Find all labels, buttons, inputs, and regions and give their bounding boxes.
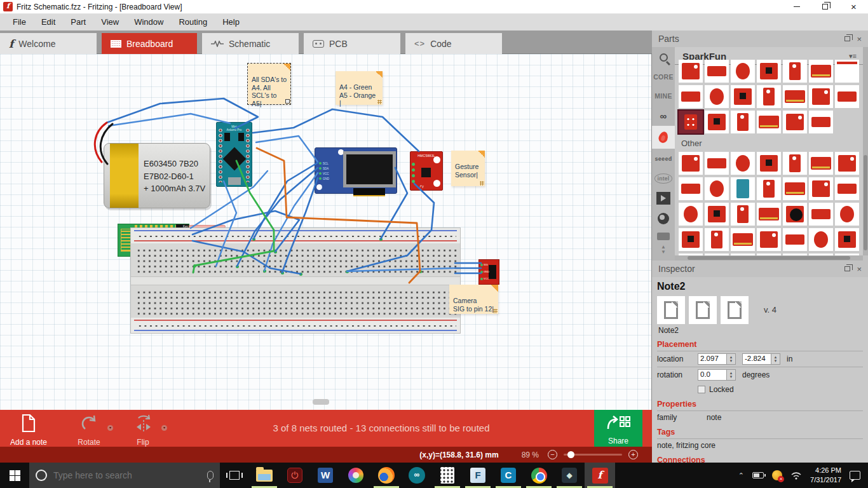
clock[interactable]: 4:26 PM 7/31/2017 bbox=[810, 466, 841, 485]
tab-breadboard[interactable]: Breadboard bbox=[102, 33, 197, 54]
menu-part[interactable]: Part bbox=[63, 14, 93, 30]
taskbar-calculator[interactable] bbox=[432, 463, 463, 488]
part-thumbnail[interactable] bbox=[783, 152, 807, 175]
parts-search-button[interactable] bbox=[652, 47, 675, 67]
zoom-in-button[interactable]: + bbox=[628, 450, 638, 459]
menu-file[interactable]: File bbox=[5, 14, 34, 30]
menu-routing[interactable]: Routing bbox=[171, 14, 215, 30]
part-thumbnail[interactable] bbox=[757, 111, 781, 133]
taskbar-chrome[interactable] bbox=[524, 463, 554, 488]
parts-vscrollbar[interactable] bbox=[863, 47, 868, 255]
part-thumbnail[interactable] bbox=[731, 85, 755, 108]
part-thumbnail[interactable] bbox=[679, 177, 703, 200]
part-thumbnail[interactable] bbox=[783, 203, 807, 226]
location-x-spinner[interactable]: 2.097▲▼ bbox=[698, 353, 736, 365]
resize-handle[interactable] bbox=[480, 181, 484, 186]
part-thumbnail[interactable] bbox=[783, 85, 807, 108]
menu-help[interactable]: Help bbox=[215, 14, 247, 30]
rotation-spinner[interactable]: 0.0▲▼ bbox=[698, 369, 736, 381]
close-button[interactable]: × bbox=[839, 0, 868, 13]
part-thumbnail[interactable] bbox=[835, 152, 859, 175]
part-thumbnail[interactable] bbox=[679, 228, 703, 251]
rotate-button[interactable]: ▾ Rotate bbox=[64, 414, 114, 447]
part-thumbnail[interactable] bbox=[679, 60, 703, 83]
taskbar-word[interactable]: W bbox=[310, 463, 341, 488]
zoom-out-button[interactable]: − bbox=[548, 450, 557, 459]
part-thumbnail[interactable] bbox=[679, 203, 703, 226]
tray-expand-chevron[interactable]: ⌃ bbox=[738, 471, 744, 480]
part-thumbnail[interactable] bbox=[809, 203, 833, 226]
share-button[interactable]: Share bbox=[594, 410, 642, 447]
part-thumbnail[interactable] bbox=[835, 203, 859, 226]
part-thumbnail[interactable] bbox=[731, 152, 755, 175]
menu-window[interactable]: Window bbox=[126, 14, 171, 30]
part-thumbnail[interactable] bbox=[731, 228, 755, 251]
note-wire-colors[interactable]: A4 - Green A5 - Orange | bbox=[336, 71, 383, 105]
action-center-icon[interactable] bbox=[850, 471, 860, 480]
part-thumbnail[interactable] bbox=[757, 177, 781, 200]
part-thumbnail[interactable] bbox=[783, 60, 807, 83]
bin-more[interactable] bbox=[652, 229, 675, 244]
note-camera[interactable]: Camera SIG to pin 12| bbox=[449, 285, 498, 314]
tab-schematic[interactable]: Schematic bbox=[202, 33, 299, 54]
bin-intel[interactable]: intel bbox=[652, 169, 675, 188]
part-thumbnail[interactable] bbox=[679, 152, 703, 175]
bin-arduino[interactable]: ∞ bbox=[652, 105, 675, 126]
part-thumbnail[interactable] bbox=[705, 228, 729, 251]
part-thumbnail[interactable] bbox=[757, 60, 781, 83]
task-view-button[interactable] bbox=[220, 463, 249, 488]
menu-view[interactable]: View bbox=[93, 14, 126, 30]
bin-parallax[interactable] bbox=[652, 208, 675, 229]
part-thumbnail[interactable] bbox=[757, 85, 781, 108]
zoom-slider[interactable] bbox=[564, 454, 622, 456]
part-thumbnail[interactable] bbox=[757, 203, 781, 226]
note-sda-scl[interactable]: All SDA's to A4. All SCL's to A5| bbox=[248, 64, 290, 104]
part-thumbnail[interactable] bbox=[809, 152, 833, 175]
part-thumbnail[interactable] bbox=[809, 111, 833, 133]
search-input[interactable] bbox=[53, 470, 201, 480]
taskbar-cura[interactable]: C bbox=[493, 463, 524, 488]
zoom-slider-knob[interactable] bbox=[567, 451, 574, 458]
part-thumbnail[interactable] bbox=[705, 177, 729, 200]
resize-handle[interactable] bbox=[285, 99, 290, 104]
part-thumbnail[interactable] bbox=[783, 228, 807, 251]
tab-code[interactable]: <> Code bbox=[405, 33, 502, 54]
menu-edit[interactable]: Edit bbox=[34, 14, 63, 30]
view-icon-pcb[interactable] bbox=[721, 296, 749, 324]
part-thumbnail[interactable] bbox=[705, 85, 729, 108]
parts-hscrollbar[interactable] bbox=[675, 255, 863, 261]
taskbar-file-explorer[interactable] bbox=[249, 463, 280, 488]
part-thumbnail[interactable] bbox=[809, 177, 833, 200]
part-thumbnail[interactable] bbox=[757, 152, 781, 175]
taskbar-fusion360[interactable]: F bbox=[463, 463, 493, 488]
part-thumbnail[interactable] bbox=[835, 85, 859, 108]
note-gesture-sensor[interactable]: Gesture Sensor| bbox=[451, 151, 485, 186]
taskbar-search[interactable] bbox=[29, 463, 220, 488]
float-panel-icon[interactable] bbox=[844, 36, 850, 41]
bin-play[interactable] bbox=[652, 188, 675, 208]
close-panel-icon[interactable]: × bbox=[857, 265, 862, 273]
part-thumbnail[interactable] bbox=[783, 177, 807, 200]
part-thumbnail[interactable] bbox=[705, 203, 729, 226]
restore-button[interactable] bbox=[811, 0, 839, 13]
view-icon-breadboard[interactable] bbox=[657, 296, 685, 324]
taskbar-power-app[interactable]: ⏻ bbox=[280, 463, 310, 488]
add-note-button[interactable]: Add a note bbox=[3, 414, 54, 447]
part-thumbnail[interactable] bbox=[835, 177, 859, 200]
wifi-icon[interactable] bbox=[790, 471, 802, 480]
taskbar-firefox[interactable] bbox=[371, 463, 402, 488]
start-button[interactable] bbox=[0, 463, 29, 488]
part-thumbnail[interactable] bbox=[809, 85, 833, 108]
taskbar-fritzing-active[interactable]: f bbox=[585, 463, 615, 488]
rail-scroll-arrows[interactable]: ▲▼ bbox=[652, 244, 675, 255]
tab-pcb[interactable]: PCB bbox=[304, 33, 400, 54]
part-thumbnail[interactable] bbox=[705, 60, 729, 83]
microphone-icon[interactable] bbox=[207, 471, 214, 480]
canvas-hscrollbar[interactable] bbox=[313, 399, 329, 405]
part-thumbnail[interactable] bbox=[809, 60, 833, 83]
bin-seeed[interactable]: seeed bbox=[652, 149, 675, 169]
part-thumbnail[interactable] bbox=[757, 228, 781, 251]
part-thumbnail[interactable] bbox=[809, 228, 833, 251]
breadboard-canvas[interactable]: E603450 7B20 E7B02-D60-1 + 1000mAh 3.7V … bbox=[0, 54, 652, 410]
antivirus-alert-icon[interactable] bbox=[772, 470, 782, 480]
